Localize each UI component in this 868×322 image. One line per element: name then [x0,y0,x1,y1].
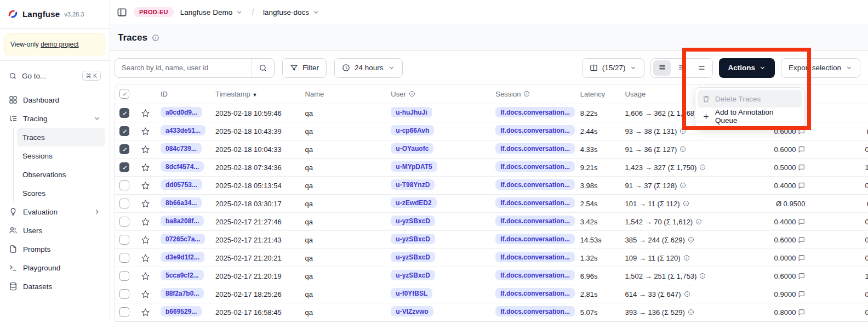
row-height-large-button[interactable] [693,60,710,76]
bookmark-star-icon[interactable] [141,308,156,317]
sidebar-item-playground[interactable]: Playground [4,258,105,277]
select-all-checkbox[interactable] [119,89,129,99]
table-row[interactable]: 07265c7a...2025-02-17 21:21:43qau-yzSBxc… [115,231,868,249]
column-header-timestamp[interactable]: Timestamp ▼ [211,84,301,104]
column-header-name[interactable]: Name [301,84,387,104]
table-row[interactable]: ba8a208f...2025-02-17 21:27:46qau-yzSBxc… [115,213,868,231]
user-badge[interactable]: u-VIZzvwo [391,306,433,317]
trace-id-badge[interactable]: 5cca9cf2... [161,270,204,280]
column-header-user[interactable]: User [386,84,491,104]
info-icon[interactable] [688,309,694,315]
column-header-score-2[interactable] [807,84,868,104]
session-badge[interactable]: lf.docs.conversation... [495,107,575,117]
user-badge[interactable]: u-f0YfBSL [391,288,432,298]
session-badge[interactable]: lf.docs.conversation... [495,161,575,172]
table-row[interactable]: 084c739...2025-02-18 10:04:33qau-OYauofc… [115,140,868,159]
trace-id-badge[interactable]: 084c739... [161,143,202,154]
table-row[interactable]: dd05753...2025-02-18 05:13:54qau-T98YnzD… [115,177,868,195]
time-range-button[interactable]: 24 hours [334,58,403,78]
sidebar-item-evaluation[interactable]: Evaluation [4,202,105,221]
column-header-id[interactable]: ID [156,84,211,104]
user-badge[interactable]: u-MYpDAT5 [391,161,437,172]
user-badge[interactable]: u-huJhuJi [391,107,432,117]
trace-checkbox[interactable] [119,180,129,190]
actions-button[interactable]: Actions [719,58,775,78]
user-badge[interactable]: u-yzSBxcD [391,270,435,280]
trace-checkbox[interactable] [119,217,129,227]
info-icon[interactable] [152,34,159,42]
trace-checkbox[interactable] [119,108,129,118]
trace-checkbox[interactable] [119,271,129,281]
user-badge[interactable]: u-yzSBxcD [391,216,435,226]
table-row[interactable]: 8b66a34...2025-02-18 03:30:17qau-zEwdED2… [115,195,868,213]
export-selection-button[interactable]: Export selection [781,58,860,78]
sidebar-item-datasets[interactable]: Datasets [4,277,105,296]
session-badge[interactable]: lf.docs.conversation... [495,125,575,135]
trace-id-badge[interactable]: 07265c7a... [161,234,205,244]
bookmark-star-icon[interactable] [141,181,156,190]
bookmark-star-icon[interactable] [141,217,156,227]
session-badge[interactable]: lf.docs.conversation... [495,179,575,190]
trace-id-badge[interactable]: dd05753... [161,179,202,190]
session-badge[interactable]: lf.docs.conversation... [495,197,575,208]
user-badge[interactable]: u-OYauofc [391,143,433,154]
info-icon[interactable] [679,128,686,134]
trace-checkbox[interactable] [119,126,129,136]
bookmark-star-icon[interactable] [141,253,156,263]
info-icon[interactable] [699,273,706,279]
sidebar-item-dashboard[interactable]: Dashboard [4,91,105,109]
table-row[interactable]: 8dcf4574...2025-02-18 07:34:36qau-MYpDAT… [115,159,868,177]
user-badge[interactable]: u-zEwdED2 [391,197,436,208]
session-badge[interactable]: lf.docs.conversation... [495,270,575,280]
sidebar-item-tracing[interactable]: Tracing [4,109,105,128]
sidebar-item-scores[interactable]: Scores [17,184,105,202]
column-header-session[interactable]: Session [491,84,576,104]
trace-id-badge[interactable]: ba8a208f... [161,216,204,226]
trace-checkbox[interactable] [119,307,129,317]
trace-id-badge[interactable]: d3e9d1f2... [161,252,204,262]
row-height-medium-button[interactable] [673,60,690,76]
info-icon[interactable] [699,164,706,171]
trace-id-badge[interactable]: 8dcf4574... [161,161,204,172]
trace-id-badge[interactable]: 8b66a34... [161,197,202,208]
user-badge[interactable]: u-yzSBxcD [391,252,435,262]
user-badge[interactable]: u-yzSBxcD [391,234,435,244]
trace-checkbox[interactable] [119,162,129,172]
table-row[interactable]: d3e9d1f2...2025-02-17 21:20:21qau-yzSBxc… [115,249,868,267]
sidebar-toggle-icon[interactable] [117,7,127,18]
info-icon[interactable] [683,200,689,207]
search-input[interactable] [115,64,251,72]
trace-id-badge[interactable]: b669529... [161,306,202,317]
session-badge[interactable]: lf.docs.conversation... [495,288,575,298]
trace-checkbox[interactable] [119,199,129,208]
menu-item-delete-traces[interactable]: Delete Traces [698,90,802,108]
bookmark-star-icon[interactable] [141,145,156,154]
info-icon[interactable] [695,218,702,225]
session-badge[interactable]: lf.docs.conversation... [495,306,575,317]
org-selector[interactable]: Langfuse Demo [180,8,243,16]
table-row[interactable]: b669529...2025-02-17 16:58:45qau-VIZzvwo… [115,303,868,321]
filter-button[interactable]: Filter [282,58,327,78]
sidebar-item-sessions[interactable]: Sessions [17,146,105,165]
info-icon[interactable] [409,91,415,97]
info-icon[interactable] [523,91,530,97]
bookmark-star-icon[interactable] [141,199,156,208]
demo-project-link[interactable]: demo project [41,41,78,48]
bookmark-star-icon[interactable] [141,163,156,172]
session-badge[interactable]: lf.docs.conversation... [495,143,575,154]
bookmark-star-icon[interactable] [141,127,156,136]
bookmark-star-icon[interactable] [141,290,156,299]
trace-id-badge[interactable]: a433de51... [161,125,205,135]
table-row[interactable]: 88f2a7b0...2025-02-17 18:25:26qau-f0YfBS… [115,285,868,303]
sidebar-item-observations[interactable]: Observations [17,165,105,184]
sidebar-item-users[interactable]: Users [4,221,105,240]
trace-checkbox[interactable] [119,144,129,154]
bookmark-star-icon[interactable] [141,235,156,245]
user-badge[interactable]: u-cp66Avh [391,125,434,135]
info-icon[interactable] [684,291,690,297]
session-badge[interactable]: lf.docs.conversation... [495,252,575,262]
user-badge[interactable]: u-T98YnzD [391,179,435,190]
column-header-latency[interactable]: Latency [576,84,621,104]
table-row[interactable]: 5cca9cf2...2025-02-17 21:20:19qau-yzSBxc… [115,267,868,285]
trace-checkbox[interactable] [119,289,129,299]
